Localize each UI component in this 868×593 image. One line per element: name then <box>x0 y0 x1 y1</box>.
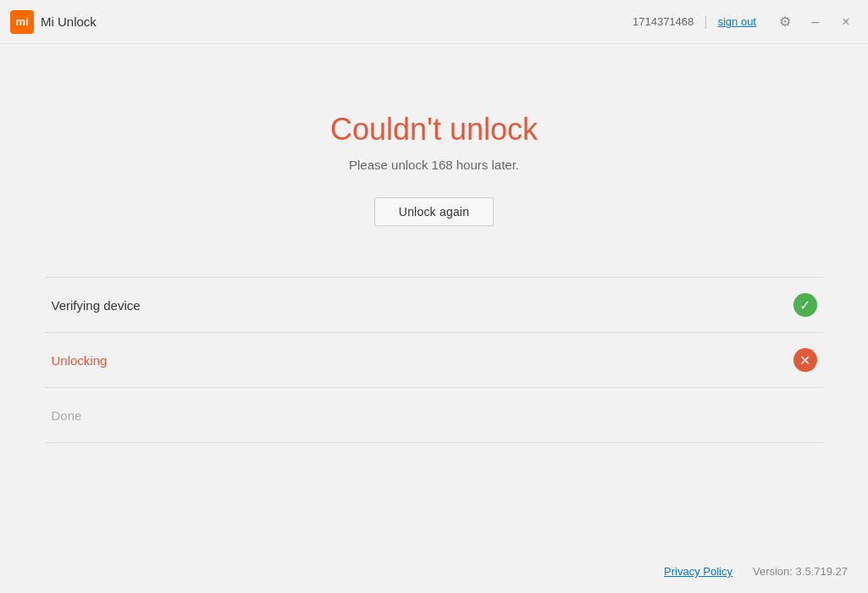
step-verifying-device: Verifying device ✓ <box>45 277 824 332</box>
close-button[interactable]: × <box>834 10 858 34</box>
step-unlocking-label: Unlocking <box>52 353 108 368</box>
mi-logo-icon: mi <box>10 10 34 34</box>
title-bar: mi Mi Unlock 1714371468 | sign out ⚙ – × <box>0 0 868 44</box>
main-content: Couldn't unlock Please unlock 168 hours … <box>0 44 868 226</box>
title-bar-right: 1714371468 | sign out ⚙ – × <box>633 10 858 34</box>
divider: | <box>704 14 707 30</box>
step-verifying-device-icon: ✓ <box>793 293 817 317</box>
error-subtitle: Please unlock 168 hours later. <box>349 158 519 172</box>
step-done-label: Done <box>52 408 82 423</box>
version-label: Version: 3.5.719.27 <box>753 565 848 578</box>
error-title: Couldn't unlock <box>330 112 538 147</box>
settings-button[interactable]: ⚙ <box>773 10 797 34</box>
step-verifying-device-label: Verifying device <box>52 298 141 313</box>
sign-out-link[interactable]: sign out <box>717 15 756 28</box>
app-title: Mi Unlock <box>41 14 97 29</box>
unlock-again-button[interactable]: Unlock again <box>374 197 494 226</box>
footer: Privacy Policy Version: 3.5.719.27 <box>664 565 848 578</box>
user-id: 1714371468 <box>633 15 694 28</box>
window-controls: ⚙ – × <box>773 10 858 34</box>
step-done: Done <box>45 387 824 443</box>
step-unlocking: Unlocking ✕ <box>45 332 824 387</box>
privacy-policy-link[interactable]: Privacy Policy <box>664 565 733 578</box>
step-done-icon <box>793 403 817 427</box>
step-unlocking-icon: ✕ <box>793 348 817 372</box>
title-bar-left: mi Mi Unlock <box>10 10 97 34</box>
steps-section: Verifying device ✓ Unlocking ✕ Done <box>45 277 824 443</box>
minimize-button[interactable]: – <box>804 10 827 34</box>
